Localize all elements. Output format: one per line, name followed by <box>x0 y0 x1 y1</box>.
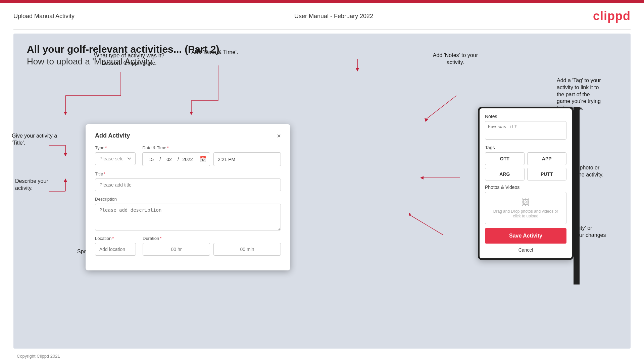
dialog-header: Add Activity × <box>95 132 281 139</box>
annotation-type: What type of activity was it?Lesson, Chi… <box>94 52 164 67</box>
form-row-location-duration: Location* Duration* <box>95 236 281 256</box>
form-group-duration: Duration* <box>143 236 281 256</box>
logo: clippd <box>593 9 631 23</box>
footer: Copyright Clippd 2021 <box>17 354 60 359</box>
annotation-notes: Add 'Notes' to youractivity. <box>433 52 478 66</box>
tag-app[interactable]: APP <box>527 152 567 165</box>
date-day[interactable] <box>143 153 159 165</box>
annotation-datetime: Add 'Date & Time'. <box>191 49 238 56</box>
form-group-title: Title* <box>95 171 281 191</box>
upload-text: Drag and Drop photos and videos or click… <box>493 209 558 218</box>
date-group: / / 📅 <box>142 152 210 166</box>
tags-grid: OTT APP ARG PUTT <box>485 152 566 180</box>
duration-label: Duration* <box>143 236 281 241</box>
main-content: All your golf-relevant activities... (Pa… <box>13 34 631 349</box>
dialog-title: Add Activity <box>95 132 130 139</box>
form-group-description: Description <box>95 197 281 230</box>
svg-line-26 <box>409 215 443 235</box>
date-month[interactable] <box>161 153 178 165</box>
svg-line-22 <box>426 96 456 119</box>
upload-area[interactable]: 🖼 Drag and Drop photos and videos or cli… <box>485 192 566 224</box>
duration-hr-input[interactable] <box>143 243 210 256</box>
top-bar <box>0 0 644 3</box>
datetime-label: Date & Time* <box>142 145 281 150</box>
title-input[interactable] <box>95 178 281 191</box>
tag-putt[interactable]: PUTT <box>527 168 567 180</box>
dialog-close-button[interactable]: × <box>277 133 281 139</box>
photos-label: Photos & Videos <box>485 185 566 190</box>
duration-min-input[interactable] <box>213 243 281 256</box>
form-row-description: Description <box>95 197 281 230</box>
tag-ott[interactable]: OTT <box>485 152 525 165</box>
header: Upload Manual Activity User Manual - Feb… <box>0 3 644 30</box>
description-textarea[interactable] <box>95 204 281 230</box>
form-row-title: Title* <box>95 171 281 191</box>
form-row-type-date: Type* Please select Date & Time* / / <box>95 145 281 166</box>
copyright: Copyright Clippd 2021 <box>17 354 60 359</box>
header-divider <box>13 30 631 30</box>
notes-textarea[interactable] <box>485 121 566 140</box>
svg-marker-21 <box>356 68 359 71</box>
notes-label: Notes <box>485 114 566 119</box>
location-input[interactable] <box>95 243 136 256</box>
calendar-icon: 📅 <box>196 153 210 166</box>
upload-icon: 🖼 <box>491 198 561 207</box>
svg-marker-27 <box>409 213 411 216</box>
save-activity-button[interactable]: Save Activity <box>485 228 566 244</box>
tag-arg[interactable]: ARG <box>485 168 525 180</box>
form-group-datetime: Date & Time* / / 📅 <box>142 145 281 166</box>
title-label: Title* <box>95 171 281 176</box>
page-title: Upload Manual Activity <box>13 13 75 20</box>
svg-marker-13 <box>64 178 67 182</box>
form-group-location: Location* <box>95 236 136 256</box>
svg-marker-10 <box>64 153 67 156</box>
phone-inner: Notes Tags OTT APP ARG PUTT Photos & Vid… <box>480 108 572 258</box>
form-group-type: Type* Please select <box>95 145 136 166</box>
add-activity-dialog: Add Activity × Type* Please select Date … <box>86 124 290 270</box>
datetime-inputs: / / 📅 <box>142 152 281 166</box>
type-select[interactable]: Please select <box>95 152 136 165</box>
annotation-title: Give your activity a'Title'. <box>12 133 57 147</box>
phone-right-bar <box>574 107 580 285</box>
svg-marker-7 <box>190 112 193 115</box>
tags-label: Tags <box>485 145 566 150</box>
duration-inputs <box>143 243 281 256</box>
date-year[interactable] <box>179 153 196 165</box>
svg-marker-3 <box>64 112 67 115</box>
manual-label: User Manual - February 2022 <box>294 13 373 20</box>
phone-mockup: Notes Tags OTT APP ARG PUTT Photos & Vid… <box>478 107 574 260</box>
time-input[interactable] <box>213 152 281 166</box>
cancel-button[interactable]: Cancel <box>485 247 566 253</box>
location-label: Location* <box>95 236 136 241</box>
type-label: Type* <box>95 145 136 150</box>
svg-marker-25 <box>420 176 424 179</box>
description-label: Description <box>95 197 281 202</box>
svg-marker-23 <box>425 118 428 122</box>
annotation-describe: Describe youractivity. <box>15 178 48 192</box>
